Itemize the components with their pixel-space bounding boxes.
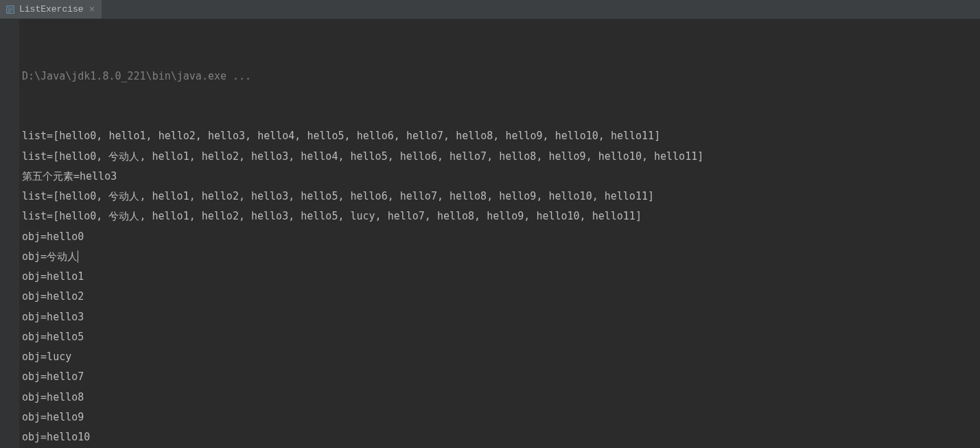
svg-rect-3	[8, 11, 11, 12]
text-cursor	[78, 250, 78, 263]
svg-rect-2	[8, 10, 13, 10]
console-output-line: obj=hello2	[22, 287, 703, 307]
console-output-line: obj=hello8	[22, 388, 703, 408]
tab-close-icon[interactable]: ×	[88, 4, 96, 15]
svg-rect-1	[8, 8, 13, 8]
console-output-line: list=[hello0, hello1, hello2, hello3, he…	[22, 126, 703, 146]
tab-bar: ListExercise ×	[0, 0, 980, 19]
console-output-line: list=[hello0, 兮动人, hello1, hello2, hello…	[22, 187, 703, 207]
console-output-line: obj=hello9	[22, 408, 703, 427]
console-output-lines: list=[hello0, hello1, hello2, hello3, he…	[22, 126, 703, 448]
console-output-panel[interactable]: D:\Java\jdk1.8.0_221\bin\java.exe ... li…	[0, 19, 980, 448]
console-output-line: obj=hello7	[22, 367, 703, 387]
console-gutter	[0, 19, 19, 448]
console-output-line: obj=hello10	[22, 427, 703, 447]
console-output-line: 第五个元素=hello3	[22, 167, 703, 187]
tab-list-exercise[interactable]: ListExercise ×	[0, 0, 102, 19]
console-output-line: obj=兮动人	[22, 247, 703, 267]
console-command-line: D:\Java\jdk1.8.0_221\bin\java.exe ...	[22, 67, 703, 86]
console-output-line: list=[hello0, 兮动人, hello1, hello2, hello…	[22, 207, 703, 226]
console-output-line: obj=hello0	[22, 227, 703, 247]
run-config-icon	[5, 5, 15, 14]
console-output-line: obj=lucy	[22, 347, 703, 367]
tab-title: ListExercise	[19, 4, 84, 14]
console-output-line: obj=hello5	[22, 327, 703, 347]
console-content[interactable]: D:\Java\jdk1.8.0_221\bin\java.exe ... li…	[19, 19, 703, 448]
console-output-line: list=[hello0, 兮动人, hello1, hello2, hello…	[22, 147, 703, 167]
console-output-line: obj=hello3	[22, 307, 703, 327]
console-output-line: obj=hello1	[22, 267, 703, 287]
